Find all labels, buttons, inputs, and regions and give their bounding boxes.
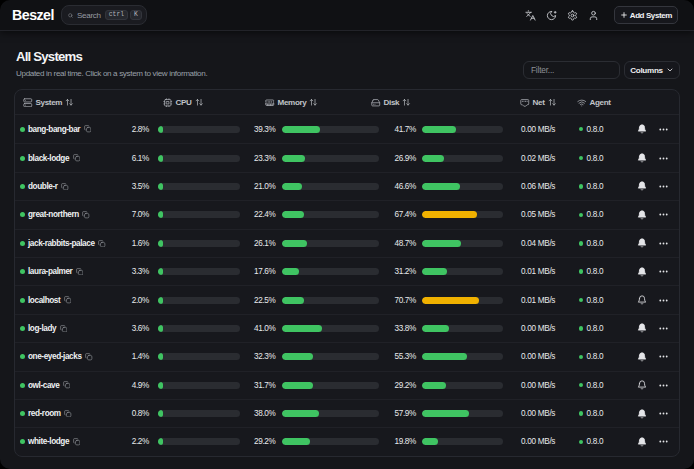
row-actions-button[interactable] [654, 149, 673, 168]
system-name-cell[interactable]: laura-palmer [20, 258, 84, 285]
agent-version: 0.8.0 [587, 352, 604, 361]
table-row[interactable]: one-eyed-jacks 1.4% 32.3% 55.3% 0.00 MB/… [15, 342, 679, 370]
disk-meter [422, 438, 503, 445]
row-actions-button[interactable] [654, 404, 673, 423]
table-body: bang-bang-bar 2.8% 39.3% 41.7% 0.00 MB/s… [15, 115, 679, 456]
alerts-button[interactable] [632, 149, 651, 168]
row-actions-button[interactable] [654, 291, 673, 310]
column-header-system[interactable]: System [23, 90, 74, 115]
ellipsis-icon [658, 351, 669, 362]
system-name-cell[interactable]: double-r [20, 173, 69, 200]
user-menu-button[interactable] [586, 7, 602, 23]
disk-value: 70.7% [352, 286, 416, 313]
system-name-cell[interactable]: localhost [20, 286, 72, 313]
row-actions-button[interactable] [654, 319, 673, 338]
column-header-cpu[interactable]: CPU [163, 90, 203, 115]
system-name-cell[interactable]: great-northern [20, 201, 90, 228]
row-actions-button[interactable] [654, 120, 673, 139]
agent-cell: 0.8.0 [579, 428, 604, 455]
table-row[interactable]: great-northern 7.0% 22.4% 67.4% 0.05 MB/… [15, 200, 679, 228]
cpu-value: 3.3% [85, 258, 149, 285]
alerts-button[interactable] [632, 347, 651, 366]
table-row[interactable]: red-room 0.8% 38.0% 57.9% 0.00 MB/s 0.8.… [15, 399, 679, 427]
bell-icon [637, 124, 647, 134]
alerts-button[interactable] [632, 205, 651, 224]
add-system-button[interactable]: Add System [614, 6, 678, 24]
table-row[interactable]: jack-rabbits-palace 1.6% 26.1% 48.7% 0.0… [15, 229, 679, 257]
chevron-down-icon [666, 66, 674, 74]
agent-cell: 0.8.0 [579, 400, 604, 427]
system-name-cell[interactable]: white-lodge [20, 428, 81, 455]
alerts-button[interactable] [632, 120, 651, 139]
system-name-cell[interactable]: bang-bang-bar [20, 115, 92, 143]
row-actions-button[interactable] [654, 177, 673, 196]
status-dot [20, 354, 25, 359]
cpu-value: 3.6% [85, 315, 149, 342]
table-row[interactable]: localhost 2.0% 22.5% 70.7% 0.01 MB/s 0.8… [15, 285, 679, 313]
system-name-cell[interactable]: red-room [20, 400, 72, 427]
table-row[interactable]: double-r 3.5% 21.0% 46.6% 0.06 MB/s 0.8.… [15, 172, 679, 200]
alerts-button[interactable] [632, 376, 651, 395]
language-button[interactable] [523, 7, 539, 23]
ellipsis-icon [658, 266, 669, 277]
table-row[interactable]: owl-cave 4.9% 31.7% 29.2% 0.00 MB/s 0.8.… [15, 371, 679, 399]
alerts-button[interactable] [632, 177, 651, 196]
disk-value: 46.6% [352, 173, 416, 200]
copy-icon[interactable] [61, 183, 69, 191]
kbd-ctrl: ctrl [105, 10, 128, 20]
copy-icon[interactable] [64, 410, 72, 418]
system-name-cell[interactable]: owl-cave [20, 372, 71, 399]
table-row[interactable]: white-lodge 2.2% 29.2% 19.8% 0.00 MB/s 0… [15, 427, 679, 455]
copy-icon[interactable] [73, 154, 81, 162]
alerts-button[interactable] [632, 291, 651, 310]
copy-icon[interactable] [73, 438, 81, 446]
filter-input[interactable] [523, 61, 620, 79]
theme-toggle-button[interactable] [544, 7, 560, 23]
row-actions-button[interactable] [654, 262, 673, 281]
agent-version: 0.8.0 [587, 210, 604, 219]
system-name-cell[interactable]: log-lady [20, 315, 68, 342]
column-header-disk[interactable]: Disk [371, 90, 411, 115]
copy-icon[interactable] [63, 381, 71, 389]
row-actions-button[interactable] [654, 432, 673, 451]
disk-meter [422, 410, 503, 417]
search-icon [68, 11, 73, 20]
system-name-cell[interactable]: one-eyed-jacks [20, 343, 93, 370]
table-row[interactable]: log-lady 3.6% 41.0% 33.8% 0.00 MB/s 0.8.… [15, 314, 679, 342]
bell-icon [637, 238, 647, 248]
column-header-memory[interactable]: Memory [265, 90, 318, 115]
column-header-agent[interactable]: Agent [577, 90, 611, 115]
system-name: laura-palmer [28, 267, 72, 276]
status-dot [20, 212, 25, 217]
copy-icon[interactable] [76, 268, 84, 276]
search-placeholder: Search [77, 11, 101, 20]
settings-button[interactable] [565, 7, 581, 23]
row-actions-button[interactable] [654, 376, 673, 395]
system-name: great-northern [28, 210, 79, 219]
search-box[interactable]: Search ctrl K [61, 5, 147, 25]
alerts-button[interactable] [632, 432, 651, 451]
columns-button[interactable]: Columns [624, 61, 680, 79]
row-actions-button[interactable] [654, 234, 673, 253]
table-row[interactable]: black-lodge 6.1% 23.3% 26.9% 0.02 MB/s 0… [15, 143, 679, 171]
alerts-button[interactable] [632, 404, 651, 423]
column-header-net[interactable]: Net [520, 90, 556, 115]
app-logo[interactable]: Beszel [12, 7, 54, 23]
alerts-button[interactable] [632, 319, 651, 338]
disk-meter [422, 211, 503, 218]
system-name-cell[interactable]: black-lodge [20, 144, 81, 171]
row-actions-button[interactable] [654, 347, 673, 366]
net-value: 0.01 MB/s [521, 258, 555, 285]
disk-meter [422, 353, 503, 360]
alerts-button[interactable] [632, 234, 651, 253]
agent-version: 0.8.0 [587, 381, 604, 390]
ellipsis-icon [658, 209, 669, 220]
agent-version: 0.8.0 [587, 437, 604, 446]
alerts-button[interactable] [632, 262, 651, 281]
copy-icon[interactable] [60, 325, 68, 333]
copy-icon[interactable] [64, 296, 72, 304]
disk-meter [422, 325, 503, 332]
row-actions-button[interactable] [654, 205, 673, 224]
table-row[interactable]: laura-palmer 3.3% 17.6% 31.2% 0.01 MB/s … [15, 257, 679, 285]
table-row[interactable]: bang-bang-bar 2.8% 39.3% 41.7% 0.00 MB/s… [15, 115, 679, 143]
